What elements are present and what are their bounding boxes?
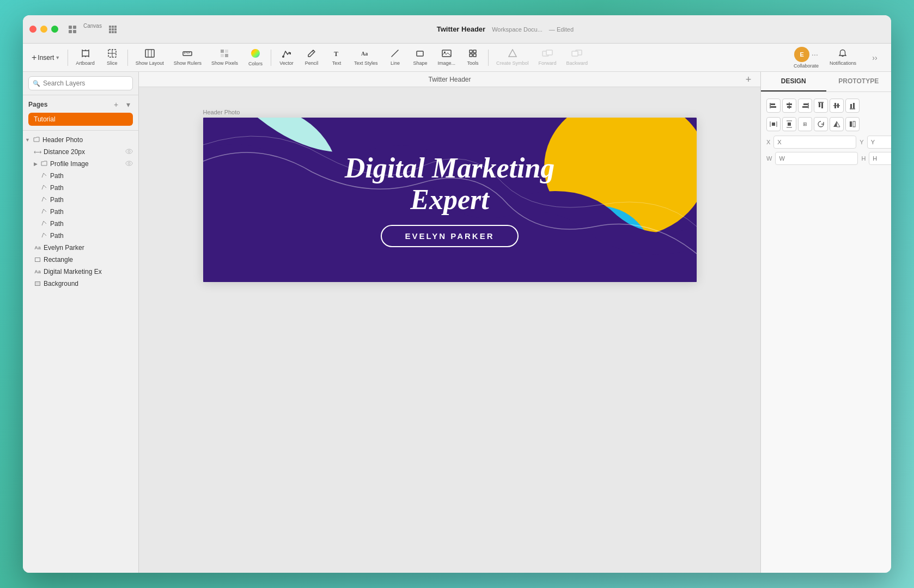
align-bottom-button[interactable] [845,99,860,113]
add-page-button[interactable]: + [111,100,121,109]
show-pixels-button[interactable]: Show Pixels [207,47,242,68]
text-button[interactable]: T Text [325,47,349,68]
align-top-button[interactable] [814,99,828,113]
layer-item-rectangle[interactable]: Rectangle [23,254,138,266]
layer-item-digital-marketing[interactable]: Aa Digital Marketing Ex [23,266,138,278]
search-input[interactable] [28,76,133,90]
artboard-button[interactable]: Artboard [71,47,99,68]
path-icon-6 [40,232,48,239]
layer-item-evelyn[interactable]: Aa Evelyn Parker [23,242,138,254]
tidy-button[interactable]: ⊞ [798,117,812,131]
shape-button[interactable]: Shape [408,47,432,68]
main-layout: 🔍 Pages + ▾ Tutorial [23,72,891,573]
slice-button[interactable]: Slice [100,47,124,68]
svg-rect-70 [819,103,820,107]
svg-text:Aa: Aa [361,51,368,57]
layer-name-distance: Distance 20px [44,148,123,156]
close-button[interactable] [29,26,36,33]
svg-rect-4 [109,26,111,28]
title-bar: Canvas Twitter Header Workspace Docu... [23,15,891,44]
forward-icon [542,49,553,59]
text-styles-button[interactable]: Aa Text Styles [350,47,382,68]
canvas-icon[interactable] [66,23,79,36]
grid-icon[interactable] [106,23,119,36]
svg-rect-68 [802,106,808,108]
distribute-v-button[interactable] [782,117,796,131]
y-input[interactable] [867,136,891,149]
align-center-v-button[interactable] [830,99,844,113]
colors-button[interactable]: Colors [243,46,267,69]
text-layer-icon-dm: Aa [34,269,41,274]
show-layout-label: Show Layout [136,60,164,66]
pages-menu-icon[interactable]: ▾ [123,100,133,109]
canvas-content[interactable]: Header Photo [139,87,760,573]
create-symbol-label: Create Symbol [496,60,529,66]
chevron-right-icon-profile: ▶ [34,161,39,167]
svg-rect-34 [225,54,228,57]
toolbar-right: E ··· Collaborate Notifications ›› [789,45,887,71]
vector-label: Vector [279,60,294,66]
pencil-icon [307,49,316,59]
vector-button[interactable]: Vector [275,47,298,68]
toolbar-divider-4 [488,50,489,66]
mirror-button[interactable] [845,117,860,131]
canvas-add-button[interactable]: + [743,74,754,85]
tab-design[interactable]: DESIGN [761,72,826,91]
forward-button[interactable]: Forward [534,47,560,68]
layer-item-path-2[interactable]: Path [23,182,138,194]
shape-icon [416,49,424,59]
distribute-h-button[interactable] [766,117,781,131]
show-layout-button[interactable]: Show Layout [131,47,168,68]
backward-button[interactable]: Backward [562,47,593,68]
svg-rect-67 [803,103,808,105]
rotate-button[interactable] [814,117,828,131]
w-input[interactable] [775,152,858,165]
chevron-right-icon: ›› [872,53,877,62]
insert-button[interactable]: + Insert ▼ [27,51,64,65]
collaborate-button[interactable]: E ··· Collaborate [789,45,823,71]
layer-item-distance[interactable]: ⟷ Distance 20px [23,146,138,158]
layer-name-path-1: Path [50,172,133,180]
layer-name-digital-marketing: Digital Marketing Ex [44,268,133,275]
layer-group-header-photo[interactable]: ▼ Header Photo [23,134,138,146]
svg-rect-59 [35,281,40,285]
flip-button[interactable] [830,117,844,131]
align-left-button[interactable] [766,99,781,113]
layers-panel: ▼ Header Photo ⟷ Distance 20px [23,131,138,573]
x-input[interactable] [773,136,856,149]
notifications-button[interactable]: Notifications [825,47,861,68]
layer-item-path-6[interactable]: Path [23,230,138,242]
create-symbol-button[interactable]: Create Symbol [492,47,533,68]
image-button[interactable]: Image... [433,47,460,68]
show-rulers-icon [182,49,192,59]
forward-label: Forward [538,60,556,66]
layer-item-path-4[interactable]: Path [23,206,138,218]
layer-item-path-1[interactable]: Path [23,170,138,182]
more-options-icon: ··· [812,50,818,59]
tools-button[interactable]: Tools [461,47,485,68]
pencil-button[interactable]: Pencil [300,47,324,68]
page-item-tutorial[interactable]: Tutorial [28,113,133,126]
minimize-button[interactable] [40,26,47,33]
expand-button[interactable]: ›› [863,51,887,64]
tab-prototype[interactable]: PROTOTYPE [826,72,892,91]
layer-group-profile-image[interactable]: ▶ Profile Image [23,158,138,170]
maximize-button[interactable] [51,26,58,33]
align-center-h-button[interactable] [782,99,796,113]
svg-rect-48 [473,54,476,57]
align-right-button[interactable] [798,99,812,113]
svg-text:T: T [334,50,338,58]
eye-icon-profile [125,161,133,167]
show-rulers-button[interactable]: Show Rulers [169,47,206,68]
artboard[interactable]: Digital Marketing Expert EVELYN PARKER [203,118,697,282]
pages-header: Pages + ▾ [28,100,133,109]
svg-rect-26 [183,52,192,56]
svg-rect-77 [853,103,855,108]
svg-marker-85 [837,121,840,127]
layer-item-path-3[interactable]: Path [23,194,138,206]
h-input[interactable] [869,152,891,165]
layer-item-path-5[interactable]: Path [23,218,138,230]
line-button[interactable]: Line [383,47,407,68]
svg-rect-5 [112,26,114,28]
layer-item-background[interactable]: Background [23,278,138,290]
